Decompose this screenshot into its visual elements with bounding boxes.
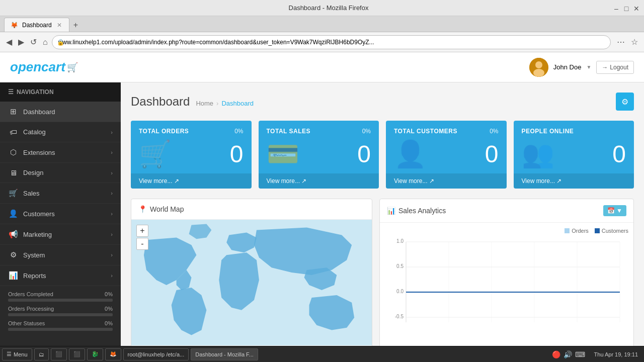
page-settings-btn[interactable]: ⚙	[616, 93, 634, 111]
logo-area: opencart 🛒	[10, 59, 78, 75]
customers-card-value: 0	[485, 140, 499, 168]
sales-view-more-btn[interactable]: View more... ↗	[259, 173, 379, 189]
map-zoom-out-btn[interactable]: -	[136, 238, 148, 250]
sidebar-item-dashboard-label: Dashboard	[23, 108, 55, 116]
taskbar-menu-btn[interactable]: ☰ Menu	[2, 348, 32, 360]
browser-navbar: ◀ ▶ ↺ ⌂ 🔒 ⋯ ☆	[0, 32, 644, 52]
logout-btn[interactable]: → Logout	[596, 61, 634, 74]
taskbar-menu-label: Menu	[14, 351, 28, 357]
svg-text:0.0: 0.0	[396, 289, 404, 294]
sales-card-value: 0	[357, 140, 371, 168]
breadcrumb-separator: ›	[216, 100, 218, 107]
sidebar-item-extensions-label: Extensions	[23, 149, 55, 156]
reload-btn[interactable]: ↺	[28, 35, 39, 49]
forward-btn[interactable]: ▶	[16, 35, 26, 49]
orders-view-more-btn[interactable]: View more... ↗	[131, 173, 252, 189]
extensions-chevron-icon: ›	[111, 149, 113, 155]
customers-card-icon: 👤	[394, 139, 427, 169]
taskbar-menu-icon: ☰	[7, 351, 12, 357]
orders-card-title: TOTAL ORDERS	[139, 128, 189, 135]
more-options-btn[interactable]: ⋯	[615, 35, 627, 49]
taskbar-dragon-btn[interactable]: 🐉	[87, 348, 103, 360]
back-btn[interactable]: ◀	[4, 35, 14, 49]
taskbar-terminal-btn[interactable]: ⬛	[51, 348, 67, 360]
content-area: Dashboard Home › Dashboard ⚙ TOTAL ORDER…	[121, 82, 644, 346]
user-name: John Doe	[553, 63, 582, 71]
breadcrumb: Home › Dashboard	[196, 100, 254, 107]
stat-card-sales: TOTAL SALES 0% 💳 0 View more... ↗	[259, 121, 379, 189]
sidebar-item-design[interactable]: 🖥 Design ›	[0, 163, 121, 183]
sidebar-item-sales[interactable]: 🛒 Sales ›	[0, 183, 121, 204]
taskbar-window-terminal[interactable]: root@linuxhelp /etc/a...	[123, 348, 189, 360]
other-statuses-pct: 0%	[105, 320, 113, 326]
taskbar-window-firefox[interactable]: Dashboard - Mozilla F...	[191, 348, 258, 360]
page-title-area: Dashboard Home › Dashboard	[131, 95, 254, 109]
chart-panel-icon: 📊	[387, 207, 395, 215]
sidebar-item-marketing-label: Marketing	[23, 231, 52, 238]
chart-date-btn[interactable]: 📅 ▼	[603, 205, 626, 216]
customers-card-title: TOTAL CUSTOMERS	[394, 128, 457, 135]
legend-orders-label: Orders	[572, 228, 589, 234]
online-view-more-btn[interactable]: View more... ↗	[514, 173, 634, 189]
app-topbar: opencart 🛒 John Doe ▼ → Logout	[0, 52, 644, 82]
url-bar[interactable]	[52, 35, 611, 49]
chart-container: Orders Customers 1.0 0.5 0.0	[380, 223, 633, 346]
taskbar: ☰ Menu 🗂 ⬛ ⬛ 🐉 🦊 root@linuxhelp /etc/a..…	[0, 346, 644, 362]
taskbar-firefox-btn[interactable]: 🦊	[105, 348, 121, 360]
tray-network-icon[interactable]: 🔊	[564, 350, 572, 358]
taskbar-terminal2-btn[interactable]: ⬛	[69, 348, 85, 360]
main-layout: ☰ NAVIGATION ⊞ Dashboard 🏷 Catalog › ⬡	[0, 82, 644, 346]
stat-card-orders: TOTAL ORDERS 0% 🛒 0 View more... ↗	[131, 121, 252, 189]
reports-icon: 📊	[8, 271, 18, 280]
nav-menu-icon: ☰	[8, 88, 14, 96]
customers-card-pct: 0%	[490, 128, 498, 135]
tray-record-icon[interactable]: 🔴	[552, 350, 560, 358]
new-tab-btn[interactable]: +	[69, 19, 82, 32]
taskbar-files-btn[interactable]: 🗂	[34, 348, 49, 360]
extensions-icon: ⬡	[8, 148, 18, 157]
avatar	[529, 58, 548, 77]
active-tab[interactable]: 🦊 Dashboard ✕	[4, 18, 69, 32]
sidebar-item-catalog-label: Catalog	[23, 128, 46, 136]
sales-chevron-icon: ›	[111, 190, 113, 196]
minimize-btn[interactable]: –	[613, 5, 620, 12]
sidebar: ☰ NAVIGATION ⊞ Dashboard 🏷 Catalog › ⬡	[0, 82, 121, 346]
sidebar-item-marketing[interactable]: 📢 Marketing ›	[0, 224, 121, 245]
legend-orders: Orders	[565, 228, 589, 234]
lock-icon: 🔒	[57, 39, 64, 46]
close-btn[interactable]: ✕	[633, 5, 640, 12]
logo-text: opencart	[10, 59, 65, 75]
legend-customers-label: Customers	[602, 228, 628, 234]
home-btn[interactable]: ⌂	[41, 36, 50, 49]
reports-chevron-icon: ›	[111, 273, 113, 279]
sidebar-item-customers[interactable]: 👤 Customers ›	[0, 204, 121, 224]
design-icon: 🖥	[8, 168, 18, 177]
sales-card-title: TOTAL SALES	[267, 128, 311, 135]
map-panel-title: World Map	[150, 205, 184, 213]
logout-label: Logout	[610, 64, 628, 71]
tab-label: Dashboard	[22, 22, 52, 29]
sidebar-item-reports[interactable]: 📊 Reports ›	[0, 265, 121, 286]
tab-close-btn[interactable]: ✕	[56, 22, 63, 29]
maximize-btn[interactable]: □	[623, 5, 630, 12]
bookmarks-btn[interactable]: ☆	[629, 35, 640, 49]
user-dropdown-arrow[interactable]: ▼	[586, 64, 591, 70]
browser-title: Dashboard - Mozilla Firefox	[44, 4, 613, 12]
map-zoom-in-btn[interactable]: +	[136, 225, 148, 237]
legend-orders-dot	[565, 228, 570, 233]
sidebar-item-dashboard[interactable]: ⊞ Dashboard	[0, 102, 121, 122]
catalog-chevron-icon: ›	[111, 129, 113, 135]
legend-customers: Customers	[595, 228, 628, 234]
sidebar-item-extensions[interactable]: ⬡ Extensions ›	[0, 142, 121, 163]
system-chevron-icon: ›	[111, 252, 113, 258]
marketing-chevron-icon: ›	[111, 231, 113, 237]
breadcrumb-home-link[interactable]: Home	[196, 100, 213, 107]
tray-keyboard-icon[interactable]: ⌨	[575, 350, 585, 358]
sidebar-item-system[interactable]: ⚙ System ›	[0, 245, 121, 265]
browser-titlebar: Dashboard - Mozilla Firefox – □ ✕	[0, 0, 644, 16]
orders-processing-bar-bg	[8, 313, 113, 316]
customers-view-more-btn[interactable]: View more... ↗	[386, 173, 507, 189]
orders-card-icon: 🛒	[139, 139, 172, 169]
legend-customers-dot	[595, 228, 600, 233]
sidebar-item-catalog[interactable]: 🏷 Catalog ›	[0, 122, 121, 142]
